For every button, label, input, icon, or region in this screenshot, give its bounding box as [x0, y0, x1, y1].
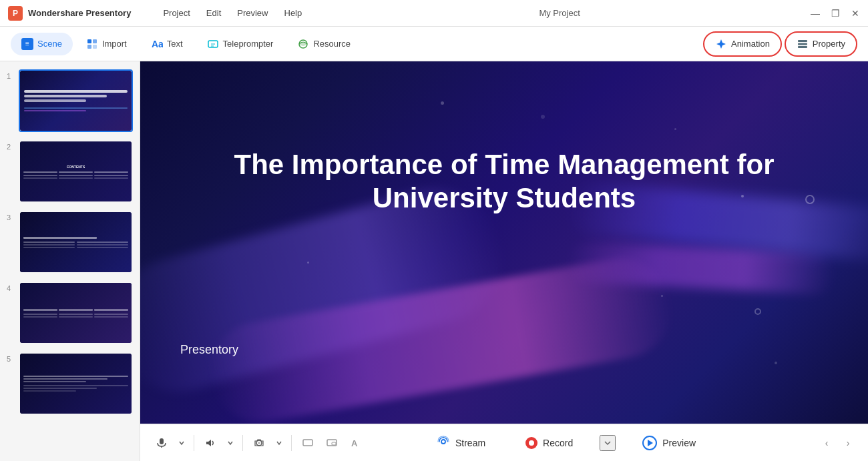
screen-share-button[interactable]	[297, 432, 318, 454]
speaker-button[interactable]	[200, 432, 221, 454]
svg-rect-8	[798, 43, 807, 45]
stream-button[interactable]: Stream	[423, 430, 499, 456]
slide-subtitle: Presentory	[180, 343, 238, 357]
slide-thumb-1[interactable]	[19, 69, 133, 132]
teleprompter-button[interactable]: Teleprompter	[196, 33, 284, 55]
svg-rect-1	[93, 39, 97, 43]
bottom-main-controls: Stream Record Preview	[423, 430, 709, 456]
menu-help[interactable]: Help	[278, 5, 309, 21]
window-controls: — ❐ ✕	[811, 9, 860, 18]
animation-icon	[715, 38, 727, 50]
text-overlay-button[interactable]: A	[345, 432, 367, 454]
slide-item-3[interactable]: 3	[3, 208, 137, 276]
moon-shape	[754, 308, 761, 315]
camera-button[interactable]	[248, 432, 270, 454]
preview-label: Preview	[662, 438, 696, 448]
particle	[661, 295, 663, 297]
minimize-button[interactable]: —	[811, 9, 820, 18]
menu-edit[interactable]: Edit	[200, 5, 228, 21]
slide-number-2: 2	[7, 140, 15, 151]
import-button[interactable]: Import	[75, 33, 138, 55]
screen-pip-button[interactable]	[321, 432, 343, 454]
slide-canvas: The Importance of Time Management for Un…	[140, 61, 868, 424]
svg-rect-9	[798, 46, 807, 48]
main-area: 1 2 CONTENTS	[0, 61, 868, 461]
toolbar: ≡ Scene Import Aa Text Telepromp	[0, 27, 868, 61]
particle	[775, 362, 777, 364]
slide-thumb-5[interactable]	[19, 352, 133, 415]
svg-point-13	[258, 442, 260, 444]
preview-play-button[interactable]: Preview	[629, 430, 709, 456]
text-button[interactable]: Aa Text	[140, 33, 194, 55]
slide-main-title: The Importance of Time Management for Un…	[180, 148, 828, 215]
slide-thumb-2[interactable]: CONTENTS	[19, 140, 133, 203]
camera-dropdown-button[interactable]	[272, 432, 286, 454]
window-title: My Project	[539, 8, 580, 18]
bottom-left-controls: A	[151, 432, 367, 454]
nav-arrows: ‹ ›	[817, 434, 857, 452]
resource-icon	[297, 38, 309, 50]
menu-bar: Project Edit Preview Help	[156, 5, 308, 21]
record-dropdown-button[interactable]	[600, 435, 616, 451]
svg-point-18	[441, 440, 445, 444]
record-button[interactable]: Record	[512, 432, 586, 454]
stream-label: Stream	[455, 438, 485, 448]
svg-text:Aa: Aa	[152, 39, 163, 49]
app-logo: P	[8, 6, 23, 21]
slide-thumb-4[interactable]	[19, 282, 133, 344]
property-button[interactable]: Property	[785, 31, 857, 57]
svg-rect-14	[303, 440, 312, 446]
bottom-bar: A Strea	[140, 424, 868, 461]
prev-slide-button[interactable]: ‹	[817, 434, 836, 452]
menu-preview[interactable]: Preview	[230, 5, 274, 21]
scene-button[interactable]: ≡ Scene	[11, 33, 73, 55]
mic-button[interactable]	[151, 432, 172, 454]
app-name: Wondershare Presentory	[28, 8, 131, 18]
separator-3	[291, 435, 292, 451]
text-icon: Aa	[151, 38, 163, 50]
slide-number-1: 1	[7, 69, 15, 80]
slide-thumb-3[interactable]	[19, 211, 133, 274]
svg-rect-2	[87, 45, 91, 49]
particle	[674, 128, 676, 130]
record-icon	[525, 437, 537, 449]
slide-item-4[interactable]: 4	[3, 279, 137, 347]
maximize-button[interactable]: ❐	[831, 9, 840, 18]
menu-project[interactable]: Project	[156, 5, 196, 21]
svg-rect-3	[93, 45, 97, 49]
next-slide-button[interactable]: ›	[839, 434, 857, 452]
separator-2	[242, 435, 243, 451]
separator-1	[194, 435, 194, 451]
slide-preview: The Importance of Time Management for Un…	[140, 61, 868, 424]
teleprompter-icon	[207, 38, 219, 50]
record-label: Record	[543, 438, 573, 448]
speaker-dropdown-button[interactable]	[224, 432, 237, 454]
scene-icon: ≡	[21, 38, 33, 50]
svg-rect-10	[160, 438, 164, 444]
particle	[541, 115, 545, 119]
preview-area: The Importance of Time Management for Un…	[140, 61, 868, 461]
slide-item-2[interactable]: 2 CONTENTS	[3, 137, 137, 205]
slide-number-5: 5	[7, 352, 15, 363]
slide-item-5[interactable]: 5	[3, 350, 137, 418]
slide-number-4: 4	[7, 282, 15, 292]
particle	[307, 262, 309, 264]
animation-button[interactable]: Animation	[703, 31, 782, 57]
title-bar: P Wondershare Presentory Project Edit Pr…	[0, 0, 868, 27]
preview-icon	[642, 436, 657, 450]
slide-number-3: 3	[7, 211, 15, 221]
particle	[441, 101, 444, 105]
slide-panel[interactable]: 1 2 CONTENTS	[0, 61, 140, 461]
svg-rect-0	[87, 39, 91, 43]
svg-rect-7	[798, 40, 807, 42]
import-icon	[86, 38, 98, 50]
resource-button[interactable]: Resource	[286, 33, 361, 55]
stream-icon	[437, 435, 450, 451]
title-bar-left: P Wondershare Presentory Project Edit Pr…	[8, 5, 308, 21]
close-button[interactable]: ✕	[851, 9, 860, 18]
property-icon	[797, 38, 809, 50]
svg-rect-16	[332, 442, 336, 445]
slide-item-1[interactable]: 1	[3, 67, 137, 135]
mic-dropdown-button[interactable]	[175, 432, 188, 454]
svg-text:A: A	[351, 438, 358, 448]
